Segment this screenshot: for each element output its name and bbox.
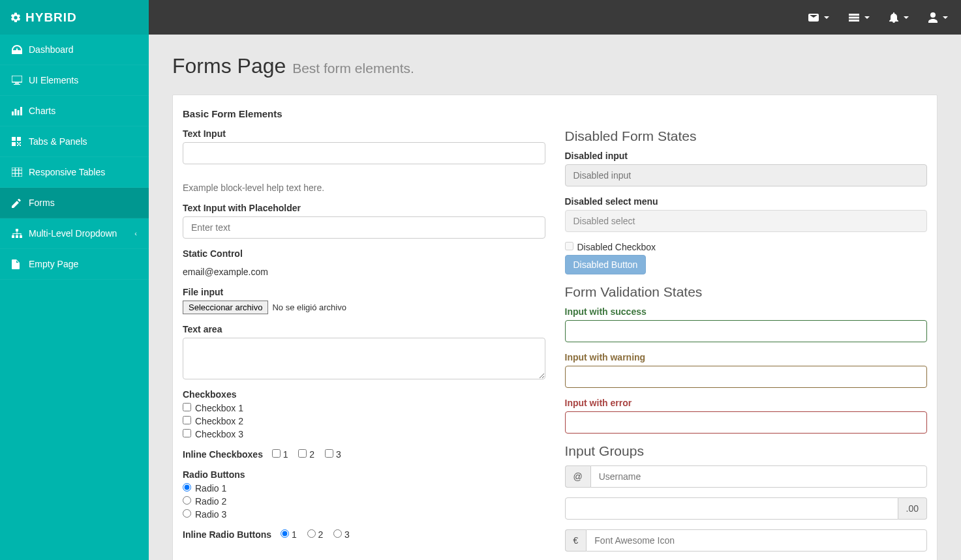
- svg-rect-23: [16, 229, 18, 231]
- caret-down-icon: [904, 16, 909, 19]
- tasks-dropdown[interactable]: [849, 14, 870, 22]
- inline-checkboxes-label: Inline Checkboxes: [183, 449, 263, 460]
- svg-rect-7: [14, 109, 16, 115]
- user-icon: [928, 12, 938, 23]
- radio-1[interactable]: [183, 483, 191, 492]
- svg-rect-1: [849, 16, 859, 18]
- placeholder-input[interactable]: [183, 216, 545, 239]
- svg-rect-30: [17, 233, 18, 235]
- brand[interactable]: HYBRID: [0, 0, 149, 35]
- text-input[interactable]: [183, 142, 545, 164]
- sidebar-item-tabs-panels[interactable]: Tabs & Panels: [0, 126, 149, 157]
- alerts-dropdown[interactable]: [889, 12, 909, 23]
- disabled-input: [565, 164, 928, 186]
- inline-radio-3[interactable]: [333, 529, 342, 538]
- file-select-button[interactable]: Seleccionar archivo: [183, 301, 268, 314]
- nav-label: Forms: [29, 198, 55, 208]
- textarea-label: Text area: [183, 324, 545, 334]
- sidebar-item-empty[interactable]: Empty Page: [0, 249, 149, 280]
- sidebar-item-forms[interactable]: Forms: [0, 188, 149, 218]
- validation-states-title: Form Validation States: [565, 284, 928, 300]
- inline-checkbox-2[interactable]: [298, 449, 307, 458]
- disabled-button: Disabled Button: [565, 255, 647, 274]
- svg-rect-18: [12, 168, 22, 177]
- inline-checkbox-1[interactable]: [272, 449, 281, 458]
- input-group-username: @: [565, 465, 928, 488]
- topbar: HYBRID: [0, 0, 961, 35]
- inline-radio-1[interactable]: [281, 529, 289, 538]
- user-dropdown[interactable]: [928, 12, 948, 23]
- sidebar-item-tables[interactable]: Responsive Tables: [0, 157, 149, 188]
- sidebar-item-charts[interactable]: Charts: [0, 96, 149, 126]
- table-icon: [12, 168, 29, 177]
- sidebar-item-dashboard[interactable]: Dashboard: [0, 35, 149, 65]
- svg-rect-6: [12, 111, 14, 115]
- brand-text: HYBRID: [25, 10, 77, 25]
- nav-label: Multi-Level Dropdown: [29, 228, 117, 239]
- error-input[interactable]: [565, 411, 928, 434]
- nav-label: Dashboard: [29, 44, 74, 55]
- topbar-right: [808, 12, 961, 23]
- gear-icon: [10, 12, 22, 23]
- sidebar-item-multilevel[interactable]: Multi-Level Dropdown ‹: [0, 218, 149, 249]
- checkbox-2[interactable]: [183, 416, 191, 424]
- inline-r2-label: 2: [318, 529, 323, 540]
- static-control-value: email@example.com: [183, 262, 545, 277]
- checkbox-1-label: Checkbox 1: [195, 403, 243, 413]
- radio-3[interactable]: [183, 509, 191, 518]
- help-text: Example block-level help text here.: [183, 183, 545, 193]
- sidebar-item-ui-elements[interactable]: UI Elements: [0, 65, 149, 96]
- warning-input[interactable]: [565, 366, 928, 388]
- caret-down-icon: [943, 16, 948, 19]
- input-group-suffix-zero: .00: [565, 497, 928, 520]
- left-column: Text Input Example block-level help text…: [183, 128, 545, 560]
- svg-rect-13: [17, 142, 18, 143]
- text-input-label: Text Input: [183, 128, 545, 139]
- addon-euro: €: [565, 529, 587, 552]
- right-column: Disabled Form States Disabled input Disa…: [565, 128, 928, 560]
- sidebar: Dashboard UI Elements Charts Tabs & Pane…: [0, 35, 149, 560]
- inline-radio-2[interactable]: [307, 529, 316, 538]
- suffix-zero-input[interactable]: [565, 497, 898, 520]
- svg-rect-26: [20, 235, 22, 238]
- tasks-icon: [849, 14, 859, 22]
- error-label: Input with error: [565, 398, 928, 408]
- username-input[interactable]: [590, 465, 927, 488]
- main-content: Forms Page Best form elements. Basic For…: [149, 35, 961, 560]
- panel-title: Basic Form Elements: [173, 108, 937, 128]
- svg-rect-2: [849, 20, 859, 22]
- caret-down-icon: [824, 16, 829, 19]
- checkbox-3[interactable]: [183, 429, 191, 437]
- checkbox-1[interactable]: [183, 403, 191, 411]
- dashboard-icon: [12, 45, 29, 54]
- inline-checkbox-3[interactable]: [325, 449, 333, 458]
- svg-rect-27: [17, 231, 18, 233]
- addon-at: @: [565, 465, 590, 488]
- mail-dropdown[interactable]: [808, 14, 829, 22]
- svg-rect-14: [20, 142, 21, 143]
- disabled-select: Disabled select: [565, 210, 928, 232]
- svg-rect-29: [13, 233, 14, 235]
- panel-basic-form: Basic Form Elements Text Input Example b…: [172, 95, 938, 560]
- radio-2-label: Radio 2: [195, 496, 226, 507]
- svg-rect-8: [18, 110, 20, 115]
- success-input[interactable]: [565, 320, 928, 342]
- nav-label: UI Elements: [29, 75, 78, 85]
- inline-r3-label: 3: [344, 529, 350, 540]
- svg-rect-3: [12, 76, 22, 82]
- inline-r1-label: 1: [292, 529, 297, 540]
- page-subtitle: Best form elements.: [292, 61, 414, 76]
- radio-2[interactable]: [183, 496, 191, 505]
- disabled-checkbox: [565, 242, 573, 250]
- svg-rect-17: [20, 145, 21, 146]
- inline-cb1-label: 1: [283, 449, 288, 460]
- desktop-icon: [12, 76, 29, 85]
- addon-zero: .00: [898, 497, 927, 520]
- fa-icon-input[interactable]: [586, 529, 927, 552]
- checkbox-3-label: Checkbox 3: [195, 429, 243, 439]
- disabled-select-label: Disabled select menu: [565, 196, 928, 207]
- input-groups-title: Input Groups: [565, 443, 928, 459]
- file-status-text: No se eligió archivo: [272, 302, 346, 312]
- textarea[interactable]: [183, 338, 545, 379]
- svg-rect-24: [12, 235, 14, 238]
